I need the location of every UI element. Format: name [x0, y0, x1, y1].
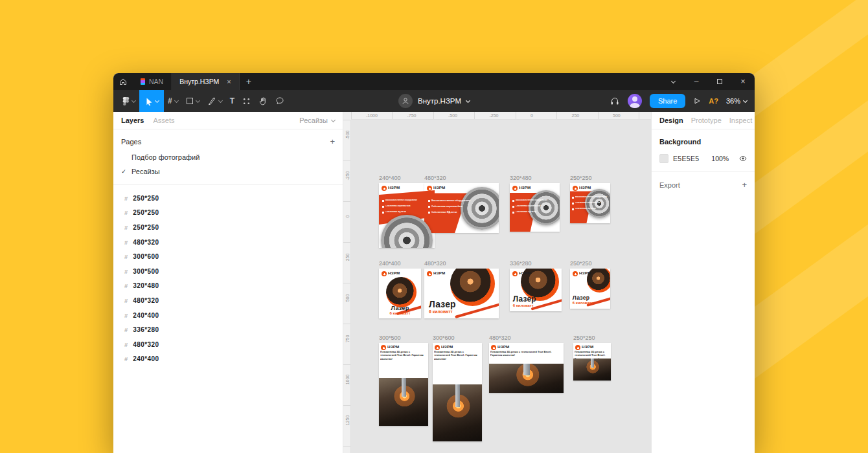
layer-item[interactable]: #480*320 [113, 235, 343, 250]
tab-nan[interactable]: NAN [133, 73, 172, 90]
color-opacity-value[interactable]: 100% [711, 155, 729, 162]
hand-tool[interactable] [255, 90, 271, 112]
audio-headphones-icon[interactable] [610, 96, 620, 106]
canvas-frame[interactable]: 320*480НЗРМВысококачественное оборудован… [510, 183, 560, 232]
layer-item[interactable]: #250*250 [113, 220, 343, 235]
ruler-x[interactable]: -1000-750-500-2500250500 [351, 112, 651, 120]
canvas-frame[interactable]: 250*250НЗРМЛазер6 киловатт [570, 269, 610, 309]
layer-item[interactable]: #250*250 [113, 191, 343, 206]
frame-name[interactable]: 240*400 [379, 175, 401, 181]
nzrm-logo: НЗРМ [382, 271, 403, 276]
laser-photo-circle [450, 269, 495, 306]
banner-plasma: НЗРМПлазменная 3D-резка с технологией Tr… [433, 343, 482, 441]
tab-inspect[interactable]: Inspect [729, 116, 752, 124]
frame-tool[interactable]: # [164, 90, 182, 112]
eye-icon [739, 155, 747, 162]
layer-name: 240*400 [133, 312, 159, 319]
canvas-frame[interactable]: 480*320НЗРМПлазменная 3D-резка с техноло… [489, 343, 564, 393]
banner-laser: НЗРМЛазер6 киловатт [379, 269, 421, 318]
home-icon [119, 77, 128, 86]
zoom-menu[interactable]: 36% [726, 97, 747, 105]
color-hex-value[interactable]: E5E5E5 [673, 155, 699, 162]
layer-item[interactable]: #480*320 [113, 293, 343, 308]
frame-name[interactable]: 300*600 [433, 335, 455, 341]
home-button[interactable] [113, 73, 133, 90]
layer-item[interactable]: #240*400 [113, 352, 343, 367]
present-icon[interactable] [693, 97, 701, 105]
canvas-frame[interactable]: 300*500НЗРМПлазменная 3D-резка с техноло… [379, 343, 428, 426]
layer-item[interactable]: #300*600 [113, 249, 343, 264]
layer-item[interactable]: #300*500 [113, 264, 343, 279]
ruler-y-label: 500 [345, 291, 350, 305]
canvas-frame[interactable]: 480*320НЗРМВысококачественное оборудован… [424, 183, 499, 233]
canvas-frame[interactable]: 336*280НЗРМЛазер6 киловатт [510, 269, 562, 311]
ruler-y[interactable]: -500-250025050075010001250 [343, 120, 351, 453]
banner-features: НЗРМВысококачественное оборудованиеСобст… [379, 183, 435, 248]
resources-tool[interactable] [238, 90, 255, 112]
maximize-button[interactable] [708, 73, 731, 90]
shape-tool[interactable] [182, 90, 203, 112]
add-page-button[interactable]: + [330, 137, 335, 146]
layer-name: 320*480 [133, 282, 159, 289]
layer-item[interactable]: #480*320 [113, 337, 343, 352]
add-export-button[interactable]: + [742, 181, 747, 189]
layer-item[interactable]: #240*400 [113, 308, 343, 323]
canvas-frame[interactable]: 240*400НЗРМЛазер6 киловатт [379, 269, 421, 318]
canvas-frame[interactable]: 250*250НЗРМПлазменная 3D-резка с техноло… [573, 343, 611, 381]
main-menu-button[interactable] [119, 90, 139, 112]
nzrm-logo: НЗРМ [575, 344, 611, 350]
minimize-button[interactable]: – [685, 73, 708, 90]
comment-tool[interactable] [271, 90, 288, 112]
page-item[interactable]: Подбор фотографий [113, 150, 343, 164]
layer-item[interactable]: #250*250 [113, 206, 343, 221]
feature-bullets: Высококачественное оборудованиеСобственн… [382, 199, 435, 216]
frame-name[interactable]: 480*320 [424, 260, 446, 267]
share-button[interactable]: Share [650, 94, 685, 108]
frame-icon: # [124, 341, 128, 348]
tab-layers[interactable]: Layers [121, 116, 144, 124]
frame-name[interactable]: 250*250 [570, 260, 592, 267]
document-title-group[interactable]: Внутр.НЗРМ [398, 94, 470, 108]
page-selector[interactable]: Ресайзы [299, 116, 335, 124]
window-menu-button[interactable] [661, 73, 685, 90]
layer-item[interactable]: #320*480 [113, 279, 343, 294]
frame-name[interactable]: 320*480 [510, 175, 532, 181]
canvas-frame[interactable]: 250*250НЗРМВысококачественное оборудован… [570, 183, 610, 223]
new-tab-button[interactable]: + [240, 73, 258, 90]
close-button[interactable]: × [731, 73, 755, 90]
visibility-toggle[interactable] [739, 155, 747, 162]
frame-name[interactable]: 250*250 [573, 335, 595, 341]
frame-name[interactable]: 480*320 [424, 175, 446, 181]
pen-tool[interactable] [203, 90, 226, 112]
text-tool[interactable]: T [226, 90, 238, 112]
page-item[interactable]: ✓Ресайзы [113, 164, 343, 179]
export-title: Export [659, 181, 680, 189]
tab-design[interactable]: Design [659, 116, 683, 124]
canvas[interactable]: -1000-750-500-2500250500 -500-2500250500… [343, 112, 651, 453]
canvas-frame[interactable]: 300*600НЗРМПлазменная 3D-резка с техноло… [433, 343, 482, 441]
user-avatar[interactable] [628, 94, 642, 108]
tab-assets[interactable]: Assets [153, 116, 174, 124]
tab-prototype[interactable]: Prototype [691, 116, 722, 124]
laser-title: Лазер [573, 295, 593, 301]
frame-name[interactable]: 300*500 [379, 335, 401, 341]
tab-vnutr-nzrm[interactable]: Внутр.НЗРМ × [172, 73, 240, 90]
close-tab-icon[interactable]: × [227, 78, 231, 85]
plasma-text: Плазменная 3D-резка с технологией True B… [379, 350, 426, 360]
frame-name[interactable]: 336*280 [510, 260, 532, 267]
color-swatch[interactable] [659, 154, 668, 163]
move-tool[interactable] [139, 90, 164, 112]
frame-name[interactable]: 250*250 [570, 175, 592, 181]
background-color-row: E5E5E5 100% [659, 154, 747, 163]
window-titlebar: NAN Внутр.НЗРМ × + – × [113, 73, 755, 90]
frame-name[interactable]: 480*320 [489, 335, 511, 341]
left-panel: Layers Assets Ресайзы Pages + Подбор фот… [113, 112, 343, 453]
canvas-frame[interactable]: 240*400НЗРМВысококачественное оборудован… [379, 183, 435, 248]
feature-bullet: Собственные ЖД-ветки [382, 211, 435, 216]
layer-name: 250*250 [133, 209, 159, 216]
layer-item[interactable]: #336*280 [113, 322, 343, 337]
frame-name[interactable]: 240*400 [379, 260, 401, 267]
help-badge[interactable]: A? [709, 97, 718, 105]
canvas-frame[interactable]: 480*320НЗРМЛазер6 киловатт [424, 269, 499, 318]
pen-icon [207, 96, 216, 105]
